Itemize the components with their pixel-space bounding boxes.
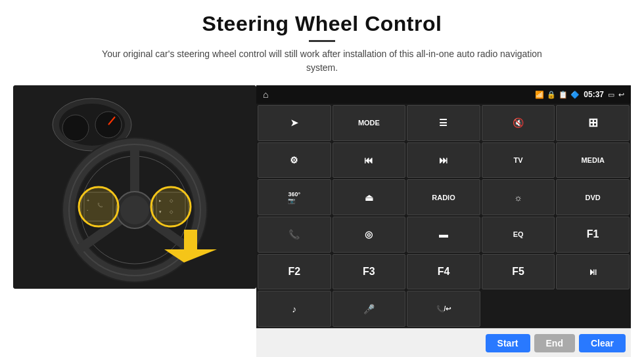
nav-button[interactable]: ➤ [258,105,331,141]
page-container: Steering Wheel Control Your original car… [0,0,644,357]
wifi-icon: 📶 [535,91,544,99]
button-grid: ➤ MODE ☰ 🔇 ⊞ ⚙ ⏮ ⏭ TV MEDIA 360°📷 ⏏ RADI… [256,104,631,328]
steering-wheel-image: + - 📞 ▸ ◇ ▾ ◇ [13,85,256,289]
settings-button[interactable]: ⚙ [258,142,331,178]
bluetooth-icon: 🔷 [570,91,580,99]
title-divider [309,40,335,42]
content-area: + - 📞 ▸ ◇ ▾ ◇ [13,85,631,357]
phone-button[interactable]: 📞 [258,217,331,253]
back-icon: ↩ [618,91,624,99]
svg-point-24 [79,187,118,226]
media-button[interactable]: MEDIA [556,142,630,178]
radio-button[interactable]: RADIO [407,179,480,215]
home-icon[interactable]: ⌂ [263,89,268,100]
navi-button[interactable]: ◎ [333,217,406,253]
music-button[interactable]: ♪ [258,291,331,327]
sim-icon: 📋 [559,91,568,99]
head-unit-panel: ⌂ 📶 🔒 📋 🔷 05:37 ▭ ↩ [256,85,631,357]
list-button[interactable]: ☰ [407,105,480,141]
start-button[interactable]: Start [486,334,530,352]
mic-button[interactable]: 🎤 [333,291,406,327]
page-title: Steering Wheel Control [99,12,545,36]
svg-point-3 [62,115,89,141]
brightness-button[interactable]: ☼ [482,179,555,215]
clear-button[interactable]: Clear [579,334,626,352]
android-head-unit: ⌂ 📶 🔒 📋 🔷 05:37 ▭ ↩ [256,85,631,328]
mode-button[interactable]: MODE [333,105,406,141]
svg-point-25 [151,187,191,226]
status-icons: 📶 🔒 📋 🔷 [535,91,580,99]
360cam-button[interactable]: 360°📷 [258,179,331,215]
mute-button[interactable]: 🔇 [482,105,555,141]
tv-button[interactable]: TV [482,142,555,178]
empty-6-4 [482,291,555,327]
title-section: Steering Wheel Control Your original car… [99,12,545,75]
dvd-button[interactable]: DVD [556,179,630,215]
apps-button[interactable]: ⊞ [556,105,630,141]
f3-button[interactable]: F3 [333,254,406,290]
eq-button[interactable]: EQ [482,217,555,253]
steering-svg: + - 📞 ▸ ◇ ▾ ◇ [13,85,256,289]
playpause-button[interactable]: ⏯ [556,254,630,290]
f2-button[interactable]: F2 [258,254,331,290]
status-bar: ⌂ 📶 🔒 📋 🔷 05:37 ▭ ↩ [256,85,631,104]
f4-button[interactable]: F4 [407,254,480,290]
empty-6-5 [556,291,630,327]
cast-icon: ▭ [608,91,614,99]
svg-point-14 [120,196,149,224]
f5-button[interactable]: F5 [482,254,555,290]
bottom-bar: Start End Clear [256,328,631,357]
prev-button[interactable]: ⏮ [333,142,406,178]
eject-button[interactable]: ⏏ [333,179,406,215]
lock-icon: 🔒 [547,91,556,99]
status-right-area: 📶 🔒 📋 🔷 05:37 ▭ ↩ [535,90,624,99]
next-button[interactable]: ⏭ [407,142,480,178]
end-button[interactable]: End [534,334,575,352]
rect-button[interactable]: ▬ [407,217,480,253]
subtitle: Your original car's steering wheel contr… [99,47,545,75]
phonecall-button[interactable]: 📞/↩ [407,291,480,327]
f1-button[interactable]: F1 [556,217,630,253]
status-time: 05:37 [584,90,604,99]
